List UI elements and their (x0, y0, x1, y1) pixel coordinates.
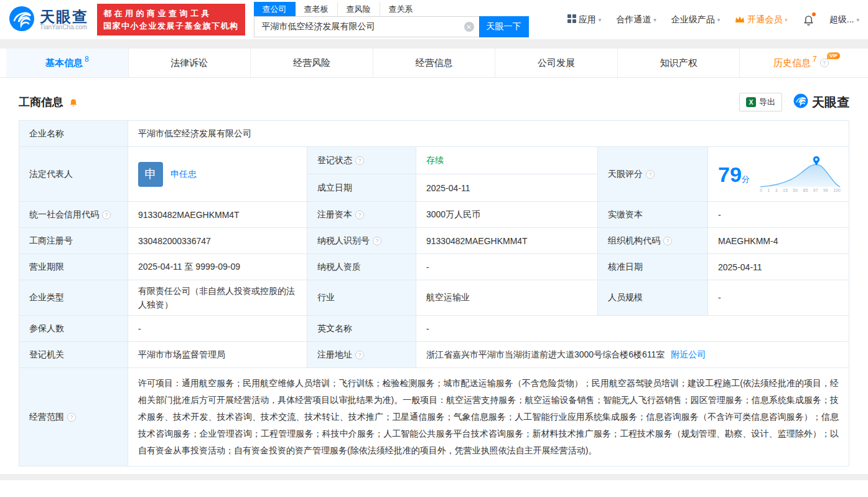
field-label-with-help: 注册地址 ? (307, 342, 416, 368)
tianyancha-logo[interactable]: 天眼查 TianYanCha.com (9, 6, 88, 34)
tab-intellectual-property[interactable]: 知识产权 (618, 49, 740, 77)
field-label: 登记机关 (19, 342, 128, 368)
help-icon[interactable]: ? (355, 211, 364, 219)
tab-company-development-label: 公司发展 (538, 57, 575, 69)
registered-address-cell: 浙江省嘉兴市平湖市当湖街道前进大道3000号综合楼6楼611室 附近公司 (416, 342, 849, 368)
tab-operating-risk[interactable]: 经营风险 (251, 49, 373, 77)
tab-legal-label: 法律诉讼 (170, 57, 208, 69)
tab-operating-risk-label: 经营风险 (293, 57, 330, 69)
help-icon[interactable]: ? (646, 170, 655, 179)
field-label: 营业期限 (19, 254, 128, 280)
company-tabbar: 基本信息 8 法律诉讼 经营风险 经营信息 公司发展 知识产权 历史信息 7 ?… (0, 49, 868, 78)
search-tab-relation[interactable]: 查关系 (380, 2, 422, 16)
page-background-strip (0, 40, 868, 49)
brand-watermark-icon (793, 93, 808, 111)
legal-rep-avatar[interactable]: 申 (138, 162, 163, 187)
tianyan-score-cell: 79分 0 1 3 (708, 147, 849, 202)
nav-apps[interactable]: 应用 ▾ (567, 14, 602, 26)
promo-banner: 都在用的商业查询工具 国家中小企业发展子基金旗下机构 (97, 4, 245, 36)
company-type-value: 有限责任公司（非自然人投资或控股的法人独资） (128, 280, 307, 316)
tianyancha-logo-icon (9, 6, 35, 34)
nav-cooperation-label: 合作通道 (616, 14, 651, 26)
search-tab-boss[interactable]: 查老板 (296, 2, 338, 16)
export-button[interactable]: X 导出 (739, 93, 782, 111)
tab-basic-info-label: 基本信息 (45, 57, 83, 69)
taxpayer-id-value: 91330482MAEGHKMM4T (416, 228, 598, 254)
help-icon[interactable]: ? (373, 237, 381, 245)
chevron-down-icon: ▾ (599, 17, 602, 23)
registration-status-value: 存续 (416, 147, 598, 174)
taxpayer-quality-value: - (416, 254, 598, 280)
help-icon[interactable]: ? (102, 211, 111, 219)
org-code-value: MAEGHKMM-4 (708, 228, 849, 254)
section-header: 工商信息 X 导出 天眼查 (19, 93, 849, 111)
apps-grid-icon (567, 14, 576, 25)
registered-address-value: 浙江省嘉兴市平湖市当湖街道前进大道3000号综合楼6楼611室 (426, 349, 665, 361)
field-label: 工商注册号 (19, 228, 128, 254)
search-tab-company[interactable]: 查公司 (254, 2, 296, 16)
chevron-down-icon: ▾ (785, 17, 788, 23)
help-icon[interactable]: ? (355, 156, 364, 165)
nav-apps-label: 应用 (579, 14, 596, 26)
field-label-with-help: 注册资本 ? (307, 202, 416, 228)
field-label: 法定代表人 (19, 147, 128, 202)
subscribe-bell-icon[interactable] (68, 97, 78, 107)
tab-basic-info-count: 8 (85, 55, 89, 64)
field-label-with-help: 经营范围 ? (19, 368, 128, 466)
registration-authority-value: 平湖市市场监督管理局 (128, 342, 307, 368)
brand-watermark-label: 天眼查 (812, 94, 849, 111)
brand-watermark: 天眼查 (793, 93, 849, 111)
top-nav: 应用 ▾ 合作通道 ▾ 企业级产品 ▾ 开通会员 ▾ 超级... ▾ (567, 14, 859, 26)
nav-account[interactable]: 超级... ▾ (829, 14, 859, 26)
business-term-value: 2025-04-11 至 9999-09-09 (128, 254, 307, 280)
search-tab-risk[interactable]: 查风险 (338, 2, 380, 16)
tab-intellectual-property-label: 知识产权 (660, 57, 698, 69)
nav-cooperation[interactable]: 合作通道 ▾ (616, 14, 656, 26)
promo-line2: 国家中小企业发展子基金旗下机构 (103, 20, 239, 32)
tab-history[interactable]: 历史信息 7 ? VIP (740, 49, 862, 77)
tab-basic-info[interactable]: 基本信息 8 (6, 49, 129, 77)
logo-domain: TianYanCha.com (40, 24, 88, 31)
industry-value: 航空运输业 (416, 280, 598, 316)
excel-icon: X (746, 97, 756, 107)
nav-vip[interactable]: 开通会员 ▾ (735, 14, 788, 26)
credit-code-value: 91330482MAEGHKMM4T (128, 202, 307, 228)
help-icon[interactable]: ? (663, 237, 672, 245)
search-button[interactable]: 天眼一下 (479, 16, 529, 37)
notification-dot (812, 12, 816, 16)
insured-count-value: - (128, 316, 307, 342)
nav-enterprise[interactable]: 企业级产品 ▾ (671, 14, 721, 26)
legal-rep-link[interactable]: 申任忠 (170, 169, 197, 180)
tab-legal[interactable]: 法律诉讼 (129, 49, 251, 77)
approval-date-value: 2025-04-11 (708, 254, 849, 280)
help-icon[interactable]: ? (67, 413, 76, 422)
search-tabs: 查公司 查老板 查风险 查关系 (254, 2, 529, 16)
help-icon[interactable]: ? (355, 351, 364, 359)
field-label: 人员规模 (598, 280, 708, 316)
paid-capital-value: - (708, 202, 849, 228)
chevron-down-icon: ▾ (653, 17, 656, 23)
field-label: 英文名称 (307, 316, 416, 342)
search-block: 查公司 查老板 查风险 查关系 ✕ 天眼一下 (254, 2, 529, 37)
field-label: 成立日期 (307, 174, 416, 202)
staff-size-value: - (708, 280, 849, 316)
score-axis-labels: 0 1 3 15 50 85 97 99 100 (759, 188, 841, 192)
crown-icon (735, 15, 745, 25)
nav-account-label: 超级... (829, 14, 854, 26)
english-name-value: - (416, 316, 849, 342)
notification-bell-icon[interactable] (803, 14, 814, 26)
clear-search-icon[interactable]: ✕ (464, 22, 474, 32)
tab-history-count: 7 (813, 55, 817, 64)
tab-company-development[interactable]: 公司发展 (495, 49, 618, 77)
field-label: 行业 (307, 280, 416, 316)
chevron-down-icon: ▾ (856, 17, 859, 23)
search-input[interactable] (254, 16, 479, 37)
export-label: 导出 (759, 97, 775, 108)
tab-operating-info[interactable]: 经营信息 (373, 49, 496, 77)
nearby-companies-link[interactable]: 附近公司 (671, 349, 706, 361)
help-icon[interactable]: ? (820, 59, 829, 67)
nav-enterprise-label: 企业级产品 (671, 14, 715, 26)
field-label-with-help: 天眼评分 ? (598, 147, 708, 202)
business-info-table: 企业名称 平湖市低空经济发展有限公司 法定代表人 申 申任忠 登记状态 ? 存续… (19, 120, 849, 466)
field-label: 实缴资本 (598, 202, 708, 228)
